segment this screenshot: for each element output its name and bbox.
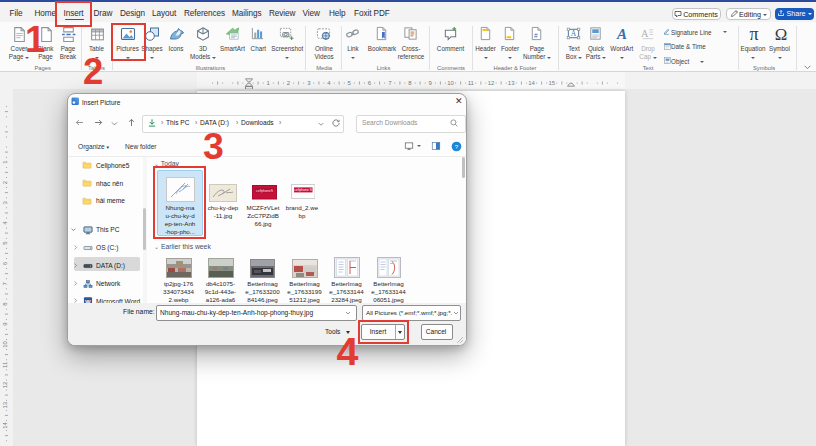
svg-text:11: 11 — [2, 361, 8, 368]
svg-text:12: 12 — [2, 381, 8, 388]
svg-text:A: A — [616, 26, 627, 42]
svg-text:A: A — [571, 29, 577, 38]
svg-text:#: # — [534, 32, 538, 39]
svg-text:14: 14 — [528, 80, 535, 86]
svg-text:14: 14 — [2, 422, 8, 429]
svg-text:13: 13 — [2, 401, 8, 408]
svg-text:15: 15 — [548, 80, 555, 86]
svg-text:cellphone S: cellphone S — [294, 188, 312, 192]
svg-text:cellphoneS: cellphoneS — [256, 189, 274, 193]
svg-text:?: ? — [455, 142, 459, 149]
svg-text:Ω: Ω — [774, 25, 787, 43]
svg-text:11: 11 — [468, 80, 475, 86]
svg-text:π: π — [749, 25, 758, 43]
svg-text:A: A — [641, 28, 649, 39]
svg-text:12: 12 — [488, 80, 495, 86]
svg-text:13: 13 — [508, 80, 515, 86]
svg-text:10: 10 — [2, 341, 8, 348]
svg-text:10: 10 — [447, 80, 454, 86]
